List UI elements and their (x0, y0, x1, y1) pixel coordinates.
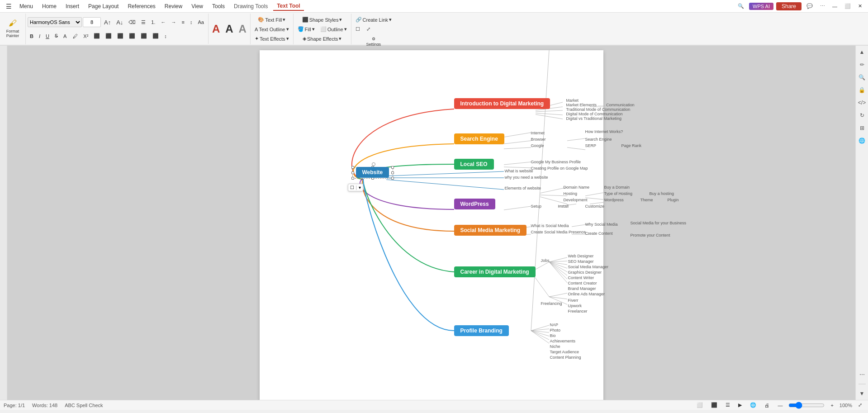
format-painter-button[interactable]: 🖌 Format Painter (2, 14, 24, 42)
zoom-slider[interactable] (788, 402, 825, 409)
outline-btn[interactable]: ⬜Outline ▾ (318, 25, 349, 33)
strikethrough-btn[interactable]: S̶ (52, 32, 60, 40)
node-wordpress[interactable]: WordPress (454, 199, 495, 209)
right-panel-sync-icon[interactable]: ↻ (858, 111, 867, 120)
status-layout-icon[interactable]: ⬜ (694, 401, 705, 409)
checkbox-btn[interactable]: ☐ (353, 25, 362, 33)
node-career-digital-marketing[interactable]: Career in Digital Marketing (454, 266, 536, 277)
fill-btn[interactable]: 🪣Fill ▾ (295, 25, 317, 33)
bullets-btn[interactable]: ☰ (139, 18, 148, 27)
menu-item-insert[interactable]: Insert (62, 2, 83, 10)
indent-decrease-btn[interactable]: ← (159, 18, 168, 26)
floating-checkbox-icon[interactable]: ☐ (350, 185, 354, 190)
right-panel-scroll-down[interactable]: ▼ (858, 389, 867, 398)
right-panel-more-icon[interactable]: ⋯ (858, 370, 867, 379)
bold-btn[interactable]: B (28, 32, 36, 40)
leaf-hosting: Hosting (564, 191, 578, 196)
align-center-btn[interactable]: ⬛ (103, 32, 114, 40)
floating-dropdown-icon[interactable]: ▾ (359, 185, 361, 190)
maximize-icon[interactable]: ⬜ (842, 2, 853, 10)
text-outline-icon: A (255, 27, 258, 32)
share-button[interactable]: Share (776, 2, 802, 10)
text-effects-btn[interactable]: ✦ Text Effects ▾ (252, 34, 291, 43)
text-align-left-btn[interactable]: ≡ (180, 18, 187, 26)
create-link-btn[interactable]: 🔗 Create Link ▾ (353, 15, 394, 24)
hamburger-menu[interactable]: ☰ (4, 1, 14, 11)
svg-line-12 (567, 138, 585, 141)
shape-effects-btn[interactable]: ◈ Shape Effects ▾ (295, 34, 349, 43)
status-web-icon[interactable]: 🌐 (748, 401, 759, 409)
right-panel-globe-icon[interactable]: 🌐 (858, 136, 867, 145)
align-left-btn[interactable]: ⬛ (91, 32, 102, 40)
chat-icon[interactable]: 💬 (804, 2, 815, 10)
right-panel-pencil-icon[interactable]: ✏ (858, 60, 867, 69)
document-area[interactable]: Digital Marketing Free Course (7, 46, 855, 400)
node-search-engine[interactable]: Search Engine (454, 133, 504, 144)
justify-btn[interactable]: ⬛ (127, 32, 138, 40)
font-size-input[interactable] (83, 17, 101, 27)
increase-font-btn[interactable]: A↑ (102, 18, 113, 27)
more-options-icon[interactable]: ⋯ (818, 2, 827, 10)
minimize-icon[interactable]: — (830, 2, 840, 10)
svg-line-47 (531, 329, 549, 331)
search-btn[interactable]: 🔍 (735, 2, 746, 10)
text-a-outline[interactable]: A (223, 23, 235, 35)
aa-btn[interactable]: Aa (195, 18, 206, 26)
status-fit-icon[interactable]: ⤢ (856, 401, 864, 409)
right-panel-table-icon[interactable]: ⊞ (858, 123, 867, 133)
page-info: Page: 1/1 (4, 403, 25, 408)
col-spacing-btn[interactable]: ⬛ (138, 32, 149, 40)
menu-item-page-layout[interactable]: Page Layout (85, 2, 122, 10)
node-profile-branding[interactable]: Profile Branding (454, 325, 509, 336)
text-outline-btn[interactable]: A Text Outline ▾ (252, 25, 291, 33)
italic-btn[interactable]: I (37, 32, 43, 40)
highlight-btn[interactable]: 🖊 (71, 32, 80, 40)
right-panel-search-icon[interactable]: 🔍 (858, 73, 867, 82)
spell-check[interactable]: ABC Spell Check (65, 403, 103, 408)
underline-btn[interactable]: U (43, 32, 52, 40)
right-panel-code-icon[interactable]: </> (858, 98, 867, 107)
node-website[interactable]: Website (356, 167, 389, 178)
node-social-media-marketing[interactable]: Social Media Marketing (454, 225, 527, 236)
numbering-btn[interactable]: 1. (149, 18, 157, 26)
superscript-btn[interactable]: X² (81, 32, 90, 40)
right-panel-lock-icon[interactable]: 🔒 (858, 85, 867, 95)
right-panel-scroll-up[interactable]: ▲ (858, 47, 867, 57)
align-right-btn[interactable]: ⬛ (115, 32, 126, 40)
menu-item-review[interactable]: Review (161, 2, 186, 10)
text-tool-tab[interactable]: Text Tool (273, 2, 304, 11)
leaf-nap: NAP (550, 323, 559, 327)
drawing-tools-tab[interactable]: Drawing Tools (230, 2, 271, 10)
rotate-handle[interactable] (372, 162, 375, 166)
node-intro-digital-marketing[interactable]: Introduction to Digital Marketing (454, 98, 550, 109)
text-a-fill[interactable]: A (210, 23, 222, 35)
menu-item-menu[interactable]: Menu (16, 2, 37, 10)
menu-item-home[interactable]: Home (38, 2, 60, 10)
status-print-icon[interactable]: 🖨 (762, 401, 772, 409)
shape-styles-btn[interactable]: ⬛ Shape Styles ▾ (295, 15, 349, 24)
more-align-btn[interactable]: ⬛ (150, 32, 161, 40)
close-icon[interactable]: ✕ (856, 2, 864, 10)
leaf-creating-profile: Creating Profile on Google Map (531, 166, 588, 171)
menu-item-references[interactable]: References (124, 2, 159, 10)
line-spacing-btn[interactable]: ↕ (162, 32, 169, 40)
expand-btn[interactable]: ⤢ (364, 25, 373, 33)
menu-item-view[interactable]: View (188, 2, 207, 10)
font-family-select[interactable]: HarmonyOS Sans (28, 17, 82, 27)
node-local-seo[interactable]: Local SEO (454, 159, 494, 170)
text-direction-btn[interactable]: ↕ (188, 18, 195, 26)
status-play-icon[interactable]: ▶ (736, 401, 744, 409)
text-fill-btn[interactable]: 🎨 Text Fill ▾ (252, 15, 291, 24)
decrease-font-btn[interactable]: A↓ (114, 18, 125, 27)
indent-increase-btn[interactable]: → (169, 18, 179, 26)
clear-format-btn[interactable]: ⌫ (126, 18, 138, 27)
leaf-create-content: Create Content (585, 231, 613, 236)
font-color-btn[interactable]: A (61, 32, 70, 40)
menu-item-tools[interactable]: Tools (209, 2, 228, 10)
status-multipage-icon[interactable]: ⬛ (709, 401, 720, 409)
text-a-shadow[interactable]: A (237, 23, 248, 35)
wps-ai-button[interactable]: WPS AI (749, 3, 773, 10)
status-zoom-in-icon[interactable]: + (828, 401, 835, 409)
status-outline-icon[interactable]: ☰ (723, 401, 732, 409)
status-zoom-out-icon[interactable]: — (775, 401, 785, 409)
